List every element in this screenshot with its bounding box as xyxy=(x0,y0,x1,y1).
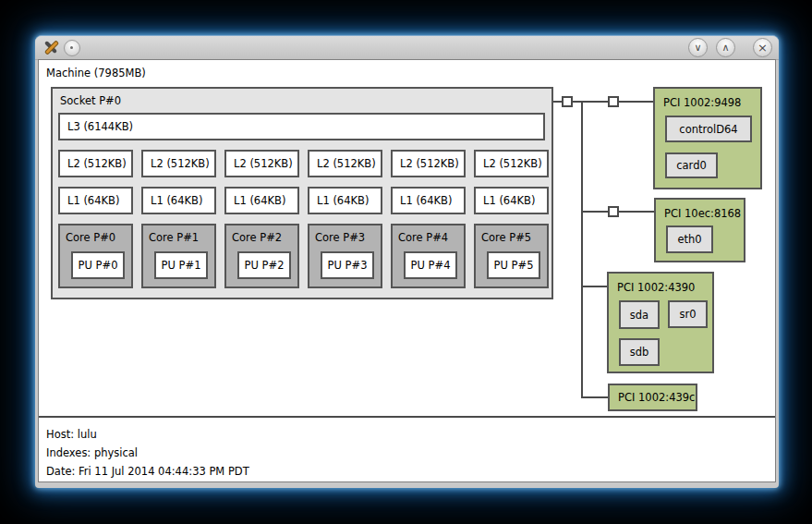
l1-cache-label: L1 (64KB) xyxy=(234,194,285,207)
pu-box: PU P#4 xyxy=(404,251,457,279)
close-icon: × xyxy=(757,41,768,55)
device-box-controlD64: controlD64 xyxy=(665,116,752,142)
pci-link-line xyxy=(619,211,654,213)
legend-host: Host: lulu xyxy=(46,428,97,441)
core-label: Core P#3 xyxy=(315,231,365,244)
pci-bridge-square xyxy=(608,206,619,217)
pci-box-1002-9498: PCI 1002:9498 controlD64 card0 xyxy=(653,87,762,189)
device-label: sdb xyxy=(621,346,658,359)
core-box: Core P#2 PU P#2 xyxy=(224,224,299,288)
device-box-card0: card0 xyxy=(665,152,718,178)
machine-bottom-border xyxy=(39,416,775,418)
pci-trunk-line xyxy=(581,101,583,398)
pci-label: PCI 1002:439c xyxy=(618,391,695,404)
maximize-button[interactable]: ∧ xyxy=(716,38,735,57)
window-titlebar[interactable]: ∨ ∧ × xyxy=(35,36,779,60)
l1-cache-label: L1 (64KB) xyxy=(67,194,119,207)
menu-dot-icon xyxy=(70,46,73,49)
l2-cache-box: L2 (512KB) xyxy=(58,150,133,177)
pci-link-line xyxy=(573,101,608,103)
device-label: sda xyxy=(621,309,658,322)
close-button[interactable]: × xyxy=(753,38,772,57)
core-label: Core P#5 xyxy=(481,231,531,244)
pci-label: PCI 1002:9498 xyxy=(663,96,741,109)
pci-link-line xyxy=(619,101,653,103)
pci-label: PCI 1002:4390 xyxy=(617,281,695,294)
l1-cache-label: L1 (64KB) xyxy=(317,194,369,207)
chevron-down-icon: ∨ xyxy=(694,42,701,54)
core-box: Core P#4 PU P#4 xyxy=(391,224,466,288)
lstopo-app-icon[interactable] xyxy=(42,39,59,55)
chevron-up-icon: ∧ xyxy=(721,42,729,54)
l1-cache-label: L1 (64KB) xyxy=(151,194,202,207)
window-menu-button[interactable] xyxy=(64,40,80,56)
lstopo-window: ∨ ∧ × Machine (7985MB) Socket P#0 L3 (61… xyxy=(35,35,779,488)
l2-cache-label: L2 (512KB) xyxy=(483,157,542,170)
l1-cache-box: L1 (64KB) xyxy=(141,187,216,214)
legend-indexes: Indexes: physical xyxy=(46,446,138,459)
pci-box-10ec-8168: PCI 10ec:8168 eth0 xyxy=(654,198,745,262)
l2-cache-label: L2 (512KB) xyxy=(400,157,459,170)
l1-cache-box: L1 (64KB) xyxy=(58,187,133,214)
device-label: card0 xyxy=(667,159,716,172)
device-label: controlD64 xyxy=(667,123,750,136)
hostbridge-square xyxy=(562,96,573,107)
minimize-button[interactable]: ∨ xyxy=(688,38,708,57)
core-label: Core P#1 xyxy=(149,231,199,244)
device-box-eth0: eth0 xyxy=(666,225,713,253)
pci-bridge-square xyxy=(608,96,619,107)
machine-label: Machine (7985MB) xyxy=(46,67,146,79)
device-label: sr0 xyxy=(670,308,706,321)
pci-link-line xyxy=(583,396,608,398)
device-box-sdb: sdb xyxy=(619,338,660,366)
l1-cache-label: L1 (64KB) xyxy=(483,194,535,207)
device-box-sr0: sr0 xyxy=(668,300,708,328)
device-box-sda: sda xyxy=(619,300,660,329)
l1-cache-box: L1 (64KB) xyxy=(224,187,299,214)
l3-cache-label: L3 (6144KB) xyxy=(67,120,133,133)
l2-cache-box: L2 (512KB) xyxy=(224,150,299,177)
screenshot-background: ∨ ∧ × Machine (7985MB) Socket P#0 L3 (61… xyxy=(0,0,812,524)
socket-box: Socket P#0 L3 (6144KB) L2 (512KB) L2 (51… xyxy=(51,87,553,299)
core-label: Core P#0 xyxy=(66,231,115,244)
l2-cache-box: L2 (512KB) xyxy=(308,150,382,177)
pci-link-line xyxy=(583,286,607,287)
pci-link-line xyxy=(583,211,608,213)
pci-label: PCI 10ec:8168 xyxy=(664,207,741,220)
pci-box-1002-439c: PCI 1002:439c xyxy=(608,384,697,411)
l3-cache-box: L3 (6144KB) xyxy=(58,113,545,140)
l2-cache-label: L2 (512KB) xyxy=(317,157,376,170)
core-box: Core P#1 PU P#1 xyxy=(141,224,216,288)
core-label: Core P#2 xyxy=(232,231,282,244)
pci-box-1002-4390: PCI 1002:4390 sda sr0 sdb xyxy=(607,272,714,373)
l1-cache-box: L1 (64KB) xyxy=(474,187,549,214)
socket-label: Socket P#0 xyxy=(60,94,121,107)
pu-box: PU P#2 xyxy=(237,251,291,279)
pu-box: PU P#1 xyxy=(154,251,208,279)
legend-date: Date: Fri 11 Jul 2014 04:44:33 PM PDT xyxy=(46,465,249,478)
core-label: Core P#4 xyxy=(398,231,448,244)
l1-cache-label: L1 (64KB) xyxy=(400,194,452,207)
l2-cache-box: L2 (512KB) xyxy=(141,150,216,177)
l2-cache-label: L2 (512KB) xyxy=(67,157,127,170)
pu-box: PU P#0 xyxy=(71,251,125,279)
topology-canvas: Machine (7985MB) Socket P#0 L3 (6144KB) … xyxy=(39,60,775,481)
l1-cache-box: L1 (64KB) xyxy=(391,187,466,214)
core-box: Core P#0 PU P#0 xyxy=(58,224,133,288)
core-box: Core P#3 PU P#3 xyxy=(308,224,382,288)
core-box: Core P#5 PU P#5 xyxy=(474,224,549,288)
pu-box: PU P#3 xyxy=(321,251,374,279)
l1-cache-box: L1 (64KB) xyxy=(308,187,382,214)
l2-cache-label: L2 (512KB) xyxy=(234,157,293,170)
device-label: eth0 xyxy=(668,233,711,246)
topology-canvas-frame: Machine (7985MB) Socket P#0 L3 (6144KB) … xyxy=(38,59,776,482)
l2-cache-box: L2 (512KB) xyxy=(391,150,466,177)
l2-cache-box: L2 (512KB) xyxy=(474,150,549,177)
l2-cache-label: L2 (512KB) xyxy=(151,157,210,170)
pu-box: PU P#5 xyxy=(487,251,540,279)
